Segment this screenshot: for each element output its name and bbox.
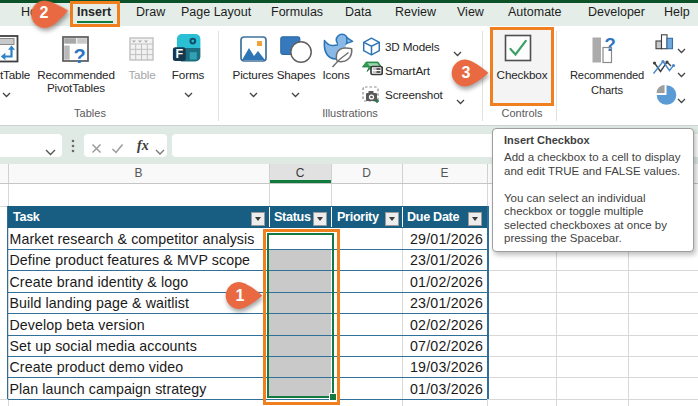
svg-text:?: ? [74, 45, 86, 64]
svg-text:?: ? [605, 35, 616, 55]
svg-text:F: F [176, 47, 184, 61]
